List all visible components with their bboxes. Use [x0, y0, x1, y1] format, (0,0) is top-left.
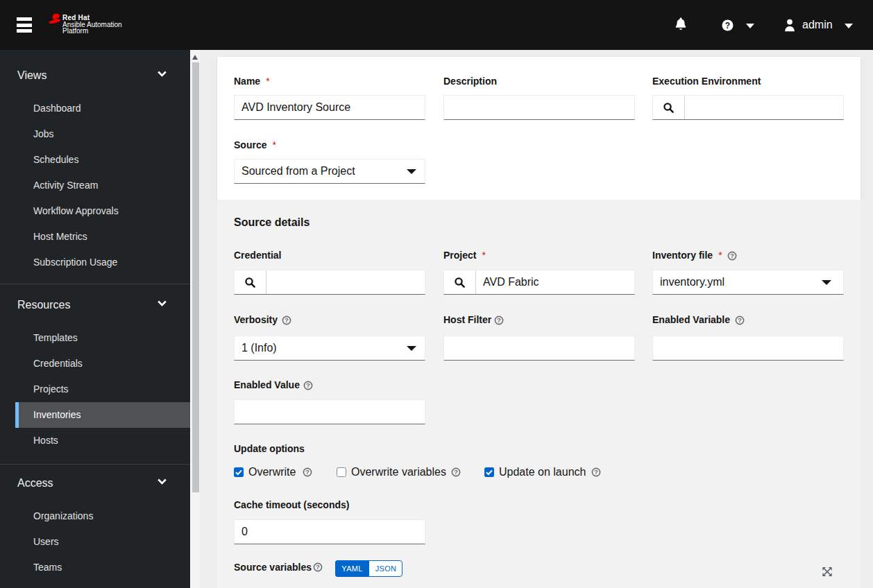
svg-text:?: ?	[454, 468, 458, 476]
svg-text:?: ?	[305, 468, 310, 476]
svg-text:?: ?	[316, 563, 320, 571]
svg-text:?: ?	[497, 316, 501, 324]
svg-text:?: ?	[738, 316, 742, 324]
svg-text:?: ?	[594, 468, 598, 476]
svg-text:?: ?	[730, 252, 734, 259]
svg-text:?: ?	[725, 20, 730, 30]
svg-text:?: ?	[306, 381, 310, 389]
svg-text:?: ?	[285, 316, 289, 324]
